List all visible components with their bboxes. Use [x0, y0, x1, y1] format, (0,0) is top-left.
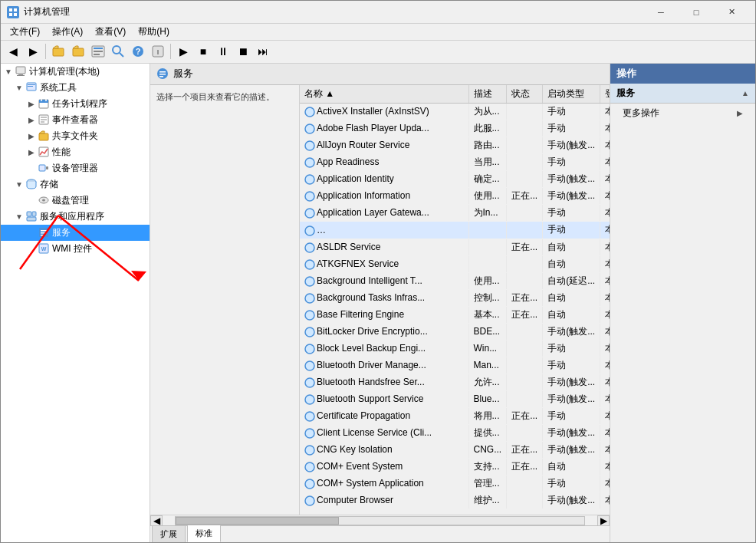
svg-rect-42	[41, 232, 47, 234]
tab-standard[interactable]: 标准	[187, 525, 221, 542]
svg-rect-20	[28, 84, 35, 85]
stop-button[interactable]: ■	[194, 42, 212, 61]
table-row[interactable]: Background Tasks Infras...控制...正在...自动本.…	[300, 289, 610, 306]
tree-task-scheduler[interactable]: ▶ 任务计划程序	[1, 96, 150, 112]
app-icon	[7, 6, 19, 18]
window: 计算机管理 ─ □ ✕ 文件(F) 操作(A) 查看(V) 帮助(H) ◀ ▶ …	[0, 0, 756, 543]
table-row[interactable]: ASLDR Service正在...自动本...	[300, 239, 610, 255]
back-button[interactable]: ◀	[4, 42, 22, 61]
svg-rect-33	[46, 166, 48, 169]
restart-button[interactable]: ⏹	[234, 42, 252, 61]
toolbar-btn-up[interactable]	[69, 42, 87, 61]
tree-root[interactable]: ▼ 计算机管理(本地)	[1, 64, 150, 80]
table-row[interactable]: Block Level Backup Engi...Win...手动本...	[300, 340, 610, 357]
tree-storage[interactable]: ▼ 存储	[1, 176, 150, 193]
scroll-left-btn[interactable]: ◀	[150, 515, 163, 526]
tree-shared-folders[interactable]: ▶ 共享文件夹	[1, 128, 150, 144]
maximize-button[interactable]: □	[679, 1, 714, 24]
tree-device-manager[interactable]: 设备管理器	[1, 160, 150, 176]
svg-point-53	[305, 158, 314, 167]
svg-rect-8	[94, 51, 103, 52]
tree-services-item[interactable]: 服务	[1, 225, 150, 241]
expand-system-tools-icon: ▼	[13, 84, 25, 92]
close-button[interactable]: ✕	[714, 1, 749, 24]
menu-action[interactable]: 操作(A)	[46, 24, 89, 40]
svg-rect-21	[28, 86, 33, 87]
table-row[interactable]: Application Identity确定...手动(触发...本...	[300, 170, 610, 187]
table-row[interactable]: COM+ System Application管理...手动本...	[300, 475, 610, 492]
svg-point-36	[42, 199, 45, 202]
svg-rect-49	[159, 76, 163, 77]
tree-wmi[interactable]: W WMI 控件	[1, 241, 150, 257]
tree-event-viewer[interactable]: ▶ 事件查看器	[1, 112, 150, 128]
svg-rect-38	[32, 212, 36, 216]
tree-system-tools[interactable]: ▼ 系统工具	[1, 80, 150, 96]
forward-button[interactable]: ▶	[24, 42, 42, 61]
shared-folders-label: 共享文件夹	[52, 130, 98, 143]
table-row[interactable]: Client License Service (Cli...提供...手动(触发…	[300, 424, 610, 441]
tree-performance[interactable]: ▶ 性能	[1, 144, 150, 160]
table-row[interactable]: App Readiness当用...手动本...	[300, 153, 610, 170]
col-header-startup[interactable]: 启动类型	[543, 85, 600, 104]
table-row[interactable]: ATKGFNEX Service自动本...	[300, 255, 610, 272]
tab-expand[interactable]: 扩展	[152, 525, 186, 542]
menu-view[interactable]: 查看(V)	[89, 24, 132, 40]
svg-point-62	[305, 311, 314, 320]
table-row[interactable]: Background Intelligent T...使用...自动(延迟...…	[300, 272, 610, 289]
col-header-name[interactable]: 名称 ▲	[300, 85, 468, 104]
expand-wmi-icon	[25, 245, 38, 253]
table-row[interactable]: Bluetooth Support ServiceBlue...手动(触发...…	[300, 390, 610, 407]
svg-rect-1	[14, 8, 17, 12]
scroll-right-btn[interactable]: ▶	[597, 515, 610, 526]
menu-file[interactable]: 文件(F)	[4, 24, 46, 40]
toolbar-btn-3[interactable]	[89, 42, 107, 61]
table-row[interactable]: Bluetooth Handsfree Ser...允许...手动(触发...本…	[300, 374, 610, 390]
disk-icon	[38, 194, 50, 206]
svg-rect-3	[14, 13, 17, 16]
table-row[interactable]: AppX Deployment Service (AppXSVC)手动本...	[300, 221, 610, 239]
services-header-icon	[156, 67, 169, 80]
table-row[interactable]: BitLocker Drive Encryptio...BDE...手动(触发.…	[300, 323, 610, 340]
table-row[interactable]: Application Information使用...正在...手动(触发..…	[300, 187, 610, 204]
table-row[interactable]: Bluetooth Driver Manage...Man...手动本...	[300, 357, 610, 374]
svg-rect-39	[27, 217, 36, 221]
expand-perf-icon: ▶	[25, 148, 38, 156]
actions-more[interactable]: 更多操作 ▶	[610, 104, 755, 123]
svg-point-61	[305, 294, 314, 303]
toolbar-btn-help[interactable]: ?	[129, 42, 147, 61]
more-actions-label: 更多操作	[623, 107, 659, 120]
computer-icon	[15, 65, 27, 77]
table-row[interactable]: Adobe Flash Player Upda...此服...手动本...	[300, 120, 610, 137]
play-button[interactable]: ▶	[174, 42, 192, 61]
table-row[interactable]: Certificate Propagation将用...正在...手动本...	[300, 407, 610, 424]
toolbar-btn-4[interactable]	[109, 42, 127, 61]
pause-button[interactable]: ⏸	[214, 42, 232, 61]
actions-subheader-label: 服务	[616, 87, 635, 100]
table-row[interactable]: Application Layer Gatewa...为In...手动本...	[300, 204, 610, 221]
system-tools-label: 系统工具	[40, 81, 77, 94]
svg-point-51	[305, 124, 314, 133]
services-header: 服务	[150, 64, 610, 85]
table-row[interactable]: Base Filtering Engine基本...正在...自动本...	[300, 306, 610, 323]
toolbar-btn-5[interactable]: I	[149, 42, 167, 61]
horizontal-scrollbar[interactable]	[175, 516, 585, 525]
toolbar-btn-folder[interactable]	[49, 42, 67, 61]
table-row[interactable]: AllJoyn Router Service路由...手动(触发...本...	[300, 137, 610, 153]
col-header-desc[interactable]: 描述	[468, 85, 507, 104]
col-header-login[interactable]: 登▲	[600, 85, 610, 104]
table-row[interactable]: CNG Key IsolationCNG...正在...手动(触发...本...	[300, 441, 610, 458]
tree-disk-management[interactable]: 磁盘管理	[1, 193, 150, 209]
table-row[interactable]: Computer Browser维护...手动(触发...本...	[300, 492, 610, 508]
table-row[interactable]: COM+ Event System支持...正在...自动本...	[300, 458, 610, 475]
tree-services-apps[interactable]: ▼ 服务和应用程序	[1, 209, 150, 225]
col-header-status[interactable]: 状态	[507, 85, 543, 104]
menu-help[interactable]: 帮助(H)	[132, 24, 176, 40]
table-row[interactable]: ActiveX Installer (AxInstSV)为从...手动本...	[300, 103, 610, 120]
svg-rect-37	[27, 212, 31, 216]
expand-svc-icon	[25, 229, 38, 237]
minimize-button[interactable]: ─	[643, 1, 679, 24]
skip-button[interactable]: ⏭	[254, 42, 272, 61]
services-list[interactable]: 名称 ▲ 描述 状态 启动类型 登▲ ActiveX Installer (Ax…	[300, 85, 610, 515]
services-table: 名称 ▲ 描述 状态 启动类型 登▲ ActiveX Installer (Ax…	[300, 85, 610, 509]
scrollbar-thumb[interactable]	[176, 517, 339, 525]
